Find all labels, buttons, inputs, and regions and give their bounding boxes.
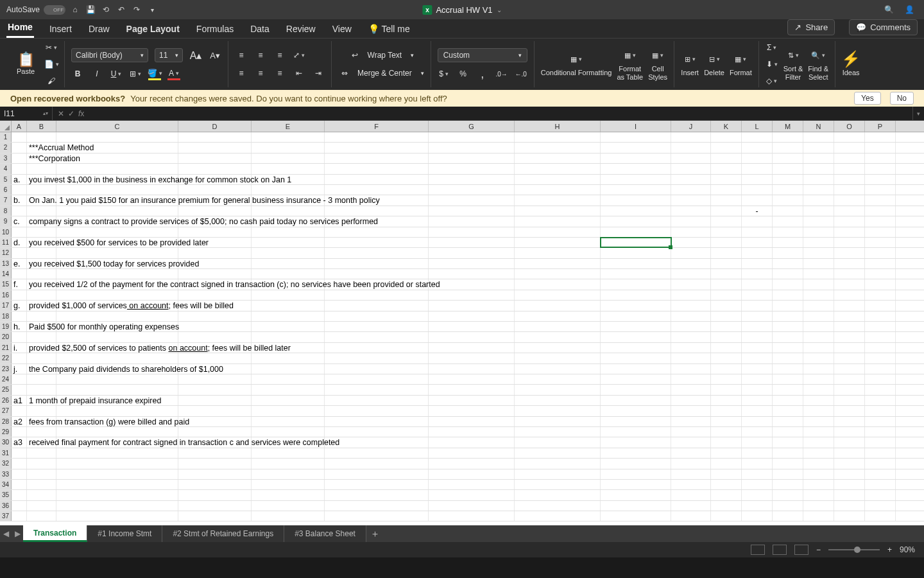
cell-B33[interactable] [27, 469, 56, 479]
cell-L20[interactable] [742, 332, 773, 342]
cell-H4[interactable] [515, 164, 601, 173]
cell-P25[interactable] [865, 385, 896, 394]
cell-I25[interactable] [601, 385, 671, 394]
comments-button[interactable]: 💬 Comments [849, 19, 918, 35]
row-header-9[interactable]: 9 [0, 216, 12, 226]
cell-L2[interactable] [742, 143, 773, 152]
cell-A6[interactable] [12, 185, 27, 195]
cell-E17[interactable] [252, 301, 325, 310]
cell-A1[interactable] [12, 132, 27, 142]
cell-I24[interactable] [601, 374, 671, 384]
cell-F20[interactable] [325, 332, 429, 342]
cell-P17[interactable] [865, 301, 896, 310]
cell-K17[interactable] [711, 301, 742, 310]
cell-G11[interactable] [429, 238, 515, 247]
cell-H10[interactable] [515, 227, 601, 237]
cell-H13[interactable] [515, 259, 601, 268]
cell-J36[interactable] [671, 501, 711, 511]
tab-data[interactable]: Data [249, 20, 271, 38]
cell-C31[interactable] [56, 448, 178, 458]
insert-cells-button[interactable]: ⊞Insert [681, 51, 699, 77]
cell-J10[interactable] [671, 227, 711, 237]
cell-M31[interactable] [773, 448, 803, 458]
cell-B8[interactable] [27, 206, 56, 216]
increase-font-icon[interactable]: A▴ [189, 49, 202, 62]
cell-C18[interactable] [56, 311, 178, 321]
cell-B18[interactable] [27, 311, 56, 321]
cell-O16[interactable] [834, 290, 865, 300]
cell-K7[interactable] [711, 195, 742, 205]
cell-K37[interactable] [711, 511, 742, 521]
cell-P23[interactable] [865, 364, 896, 374]
cell-G33[interactable] [429, 469, 515, 479]
cell-P12[interactable] [865, 248, 896, 258]
cell-I3[interactable] [601, 153, 671, 163]
align-bottom-icon[interactable]: ≡ [273, 49, 286, 62]
cell-E35[interactable] [252, 490, 325, 500]
accept-formula-icon[interactable]: ✓ [68, 109, 74, 118]
page-layout-view-icon[interactable] [773, 545, 787, 555]
cell-A4[interactable] [12, 164, 27, 173]
cell-G4[interactable] [429, 164, 515, 173]
cell-J31[interactable] [671, 448, 711, 458]
cell-A8[interactable] [12, 206, 27, 216]
row-header-2[interactable]: 2 [0, 143, 12, 152]
cell-H16[interactable] [515, 290, 601, 300]
cell-D26[interactable] [178, 396, 252, 405]
paste-icon[interactable]: 📋 [19, 53, 32, 66]
cell-L4[interactable] [742, 164, 773, 173]
cell-C10[interactable] [56, 227, 178, 237]
cell-F5[interactable] [325, 175, 429, 184]
cell-M5[interactable] [773, 175, 803, 184]
cell-M25[interactable] [773, 385, 803, 394]
cell-P5[interactable] [865, 175, 896, 184]
cell-P24[interactable] [865, 374, 896, 384]
row-header-23[interactable]: 23 [0, 364, 12, 374]
cell-H7[interactable] [515, 195, 601, 205]
cell-G10[interactable] [429, 227, 515, 237]
col-header-I[interactable]: I [601, 121, 671, 132]
cell-G13[interactable] [429, 259, 515, 268]
cell-H28[interactable] [515, 417, 601, 426]
cell-F8[interactable] [325, 206, 429, 216]
cell-I13[interactable] [601, 259, 671, 268]
align-right-icon[interactable]: ≡ [273, 67, 286, 80]
cell-L18[interactable] [742, 311, 773, 321]
cell-J24[interactable] [671, 374, 711, 384]
cell-B1[interactable] [27, 132, 56, 142]
cell-M17[interactable] [773, 301, 803, 310]
cell-F28[interactable] [325, 417, 429, 426]
save-icon[interactable]: 💾 [85, 4, 96, 15]
cell-F24[interactable] [325, 374, 429, 384]
cell-A24[interactable] [12, 374, 27, 384]
cell-G32[interactable] [429, 459, 515, 468]
cell-B29[interactable] [27, 427, 56, 437]
cell-G6[interactable] [429, 185, 515, 195]
cell-L22[interactable] [742, 353, 773, 363]
cell-H8[interactable] [515, 206, 601, 216]
cell-C1[interactable] [56, 132, 178, 142]
decrease-indent-icon[interactable]: ⇤ [293, 67, 305, 80]
cell-D16[interactable] [178, 290, 252, 300]
cell-I31[interactable] [601, 448, 671, 458]
row-header-27[interactable]: 27 [0, 406, 12, 416]
cell-F18[interactable] [325, 311, 429, 321]
cell-G22[interactable] [429, 353, 515, 363]
cell-M36[interactable] [773, 501, 803, 511]
recover-no-button[interactable]: No [890, 92, 914, 105]
cell-O17[interactable] [834, 301, 865, 310]
fill-icon[interactable]: ⬇ [766, 58, 778, 71]
cell-A30[interactable]: a3 [12, 437, 27, 447]
cell-I28[interactable] [601, 417, 671, 426]
cell-J27[interactable] [671, 406, 711, 416]
cell-A21[interactable]: i. [12, 343, 27, 353]
row-header-35[interactable]: 35 [0, 490, 12, 500]
cell-L6[interactable] [742, 185, 773, 195]
cell-O8[interactable] [834, 206, 865, 216]
cell-J2[interactable] [671, 143, 711, 152]
cell-F11[interactable] [325, 238, 429, 247]
cell-O31[interactable] [834, 448, 865, 458]
cell-O24[interactable] [834, 374, 865, 384]
cell-O15[interactable] [834, 279, 865, 289]
col-header-F[interactable]: F [325, 121, 429, 132]
